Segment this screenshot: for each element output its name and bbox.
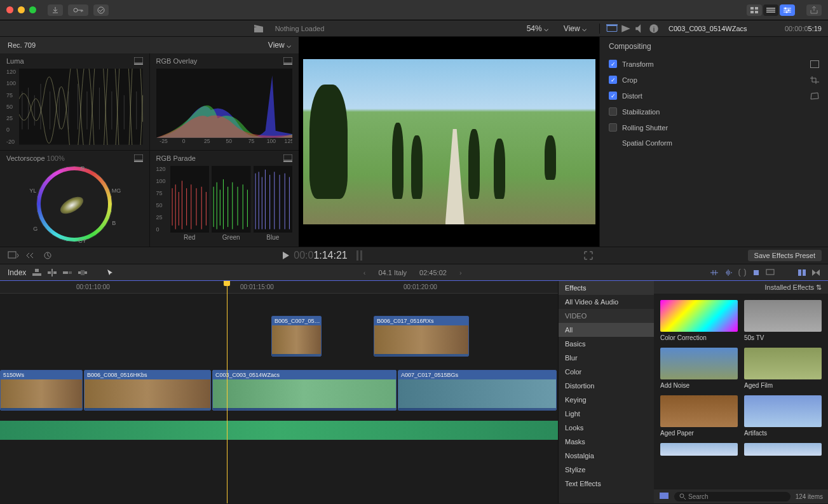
info-inspector-tab[interactable]: i	[648, 24, 660, 34]
snapping-button[interactable]	[752, 269, 761, 276]
retime-dropdown[interactable]	[25, 251, 37, 260]
effects-onscreen-dropdown[interactable]	[8, 251, 19, 260]
effect-item[interactable]: Artifacts	[744, 395, 822, 437]
share-icon	[810, 6, 818, 14]
distort-row[interactable]: ✓ Distort	[600, 88, 828, 104]
spatial-conform-row[interactable]: Spatial Conform	[600, 135, 828, 151]
scope-settings-icon[interactable]	[134, 154, 143, 162]
effect-item[interactable]: Color Correction	[660, 300, 738, 341]
effects-category[interactable]: Distortion	[559, 379, 654, 393]
select-tool-dropdown[interactable]	[106, 269, 115, 276]
video-inspector-tab[interactable]	[606, 24, 618, 34]
stabilization-row[interactable]: Stabilization	[600, 104, 828, 119]
save-effects-preset-button[interactable]: Save Effects Preset	[748, 250, 822, 261]
crop-row[interactable]: ✓ Crop	[600, 72, 828, 88]
audio-meter-icon[interactable]	[355, 250, 364, 261]
effect-item[interactable]: Add Noise	[660, 348, 738, 389]
primary-clip[interactable]: A007_C017_0515BGs	[398, 370, 557, 411]
overwrite-clip-button[interactable]	[78, 269, 87, 276]
import-button[interactable]	[48, 4, 63, 16]
timecode-display[interactable]: 00:01:14:21	[294, 250, 348, 261]
music-track[interactable]	[0, 421, 558, 440]
play-button[interactable]	[282, 251, 290, 260]
inspector-layout-button[interactable]	[780, 4, 795, 16]
transform-checkbox[interactable]: ✓	[609, 60, 617, 68]
primary-clip[interactable]: C003_C003_0514WZacs	[212, 370, 397, 411]
skimming-button[interactable]	[710, 269, 719, 276]
scopes-view-dropdown[interactable]: View ⌵	[268, 41, 291, 50]
transform-icon[interactable]	[810, 60, 819, 68]
effect-item[interactable]	[660, 443, 738, 458]
stabilization-checkbox[interactable]	[609, 107, 617, 116]
transform-row[interactable]: ✓ Transform	[600, 56, 828, 72]
generator-inspector-tab[interactable]	[620, 24, 632, 34]
timeline-ruler[interactable]: 00:01:10:00 00:01:15:00 00:01:20:00	[0, 281, 558, 294]
timeline-nav-next[interactable]: ›	[459, 269, 462, 276]
effect-item[interactable]: Aged Paper	[660, 395, 738, 437]
fullscreen-button[interactable]	[584, 251, 593, 260]
rolling-shutter-checkbox[interactable]	[609, 123, 617, 132]
svg-rect-13	[607, 25, 617, 31]
zoom-dropdown[interactable]: 54% ⌵	[527, 24, 548, 33]
share-button[interactable]	[806, 4, 822, 16]
browser-layout-button[interactable]	[747, 4, 762, 16]
effects-category[interactable]: Blur	[559, 351, 654, 365]
effects-category[interactable]: Basics	[559, 337, 654, 351]
connected-clip[interactable]: B005_C007_05…	[271, 316, 322, 357]
effects-category[interactable]: Stylize	[559, 463, 654, 477]
crop-icon[interactable]	[810, 76, 819, 84]
index-button[interactable]: Index	[8, 268, 26, 277]
timeline-nav-prev[interactable]: ‹	[363, 269, 366, 276]
close-window-button[interactable]	[6, 6, 13, 13]
timeline[interactable]: 00:01:10:00 00:01:15:00 00:01:20:00 B005…	[0, 281, 558, 503]
effect-name: Aged Film	[744, 382, 822, 389]
viewer-view-dropdown[interactable]: View ⌵	[564, 24, 587, 33]
parade-red-label: Red	[170, 234, 210, 241]
playhead[interactable]	[227, 281, 227, 503]
effects-search-input[interactable]: Search	[674, 492, 791, 501]
background-tasks-button[interactable]	[93, 4, 109, 16]
connect-clip-button[interactable]	[32, 269, 41, 276]
scope-settings-icon[interactable]	[134, 57, 143, 65]
effects-category[interactable]: Masks	[559, 435, 654, 449]
timeline-layout-button[interactable]	[763, 4, 778, 16]
audio-skimming-button[interactable]	[724, 269, 733, 276]
effects-category[interactable]: Light	[559, 407, 654, 421]
effects-category[interactable]: All	[559, 323, 654, 337]
timeline-display-button[interactable]	[766, 269, 775, 276]
svg-text:75: 75	[248, 138, 254, 144]
effects-browser-button[interactable]	[797, 269, 806, 276]
viewer[interactable]	[299, 37, 599, 247]
connected-clip[interactable]: B006_C017_0516RXs	[374, 316, 469, 357]
effects-category[interactable]: Text Effects	[559, 477, 654, 491]
rolling-shutter-row[interactable]: Rolling Shutter	[600, 119, 828, 135]
crop-checkbox[interactable]: ✓	[609, 76, 617, 84]
clip-label: B005_C007_05…	[272, 317, 321, 325]
primary-clip[interactable]: 5150Ws	[0, 370, 83, 411]
minimize-window-button[interactable]	[18, 6, 25, 13]
keyword-button[interactable]	[68, 4, 88, 16]
audio-inspector-tab[interactable]	[634, 24, 646, 34]
transitions-browser-button[interactable]	[811, 269, 820, 276]
fullscreen-window-button[interactable]	[29, 6, 36, 13]
scope-settings-icon[interactable]	[283, 154, 292, 162]
effects-category[interactable]: Nostalgia	[559, 449, 654, 463]
effect-item[interactable]: 50s TV	[744, 300, 822, 341]
parade-blue-label: Blue	[254, 234, 293, 241]
append-clip-button[interactable]	[63, 269, 72, 276]
insert-clip-button[interactable]	[48, 269, 57, 276]
effects-category[interactable]: Keying	[559, 393, 654, 407]
effects-category[interactable]: Looks	[559, 421, 654, 435]
effects-category[interactable]: Color	[559, 365, 654, 379]
distort-icon[interactable]	[810, 92, 819, 100]
effect-item[interactable]	[744, 443, 822, 458]
solo-button[interactable]	[738, 269, 747, 276]
scope-settings-icon[interactable]	[283, 57, 292, 65]
effects-view-mode-button[interactable]	[659, 492, 669, 501]
distort-checkbox[interactable]: ✓	[609, 92, 617, 100]
clip-appearance-dropdown[interactable]	[43, 251, 55, 260]
effect-item[interactable]: Aged Film	[744, 348, 822, 389]
effects-filter-dropdown[interactable]: Installed Effects⇅	[654, 281, 828, 294]
effects-category[interactable]: All Video & Audio	[559, 295, 654, 309]
primary-clip[interactable]: B006_C008_0516HKbs	[84, 370, 211, 411]
